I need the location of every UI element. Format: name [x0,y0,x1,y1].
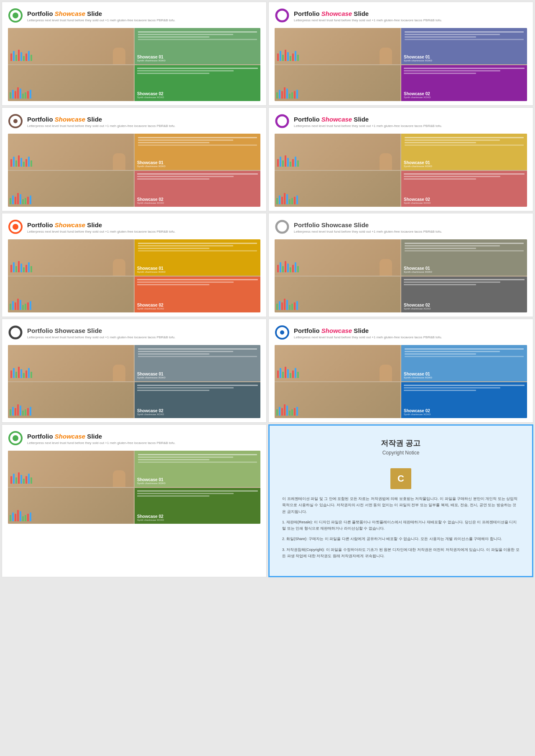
doc-lines-1 [405,31,524,41]
mini-chart-1 [277,48,299,61]
preview-top-left [275,28,400,64]
logo-icon [8,8,23,23]
mini-chart-1 [277,365,299,378]
showcase-2-sub: Synth chartreuse XOXO [404,202,431,204]
preview-bottom-left [275,171,400,207]
svg-point-5 [276,115,288,127]
title-block: Portfolio Showcase Slide Letterpress nex… [27,433,176,445]
card-preview: Showcase 01 Synth chartreuse XOXO [8,28,260,101]
title-highlight: Showcase [55,433,85,440]
card-title: Portfolio Showcase Slide [294,221,442,229]
title-after: Slide [85,10,102,17]
title-highlight: Showcase [321,327,352,334]
card-c1: Portfolio Showcase Slide Letterpress nex… [2,2,267,106]
card-preview: Showcase 01 Synth chartreuse XOXO [275,345,527,418]
doc-lines-1 [138,137,257,147]
doc-lines-2 [137,385,258,392]
preview-top-right: Showcase 01 Synth chartreuse XOXO [401,239,527,276]
preview-bottom-left [8,382,134,419]
showcase-2-label: Showcase 02 [404,91,430,96]
logo-icon [8,219,23,234]
logo-icon [8,431,23,446]
title-block: Portfolio Showcase Slide Letterpress nex… [294,221,442,234]
mini-chart-2 [10,192,31,204]
showcase-2-label: Showcase 02 [137,197,163,202]
showcase-2-label: Showcase 02 [137,408,163,413]
logo-icon [275,8,290,23]
hand-1 [113,365,125,381]
preview-bottom-right: Showcase 02 Synth chartreuse XOXO [401,171,527,207]
preview-top-left [8,134,134,170]
svg-point-7 [13,224,18,230]
copyright-para-3: 3. 저작권침해(Copyright): 이 파일을 수정하더라도 기초가 된 … [282,547,520,560]
card-preview: Showcase 01 Synth chartreuse XOXO [8,134,260,207]
doc-lines-2 [404,385,525,392]
card-c2: Portfolio Showcase Slide Letterpress nex… [268,2,533,106]
doc-lines-2 [137,68,258,75]
hand-1 [113,153,125,170]
card-subtitle: Letterpress next level trust fund before… [27,230,176,234]
title-text: Portfolio Showcase Slide [294,221,369,228]
preview-top-left [8,28,134,64]
logo [275,219,290,236]
mini-chart-2 [276,86,298,99]
mini-chart-2 [10,86,31,99]
card-header: Portfolio Showcase Slide Letterpress nex… [8,8,260,25]
title-before: Portfolio [294,10,321,17]
preview-bottom-left [8,171,134,207]
showcase-2-label: Showcase 02 [137,91,163,96]
title-after: Slide [85,221,102,228]
preview-bottom-right: Showcase 02 Synth chartreuse XOXO [135,277,260,313]
mini-chart-2 [276,192,298,204]
mini-chart-1 [10,48,32,61]
doc-lines-2 [404,68,525,75]
title-after: Slide [352,116,369,123]
card-c3: Portfolio Showcase Slide Letterpress nex… [2,107,267,211]
preview-top-right: Showcase 01 Synth chartreuse XOXO [401,345,527,381]
hand-1 [380,365,392,381]
card-preview: Showcase 01 Synth chartreuse XOXO [8,239,260,312]
showcase-2-sub: Synth chartreuse XOXO [137,96,164,99]
preview-top-right: Showcase 01 Synth chartreuse XOXO [135,239,260,276]
preview-top-left [8,345,134,381]
card-subtitle: Letterpress next level trust fund before… [27,441,176,445]
preview-top-right: Showcase 01 Synth chartreuse XOXO [135,134,260,170]
card-header: Portfolio Showcase Slide Letterpress nex… [8,114,260,130]
preview-bottom-right: Showcase 02 Synth chartreuse XOXO [401,382,527,419]
card-subtitle: Letterpress next level trust fund before… [294,124,442,128]
doc-lines-2 [404,279,525,287]
card-subtitle: Letterpress next level trust fund before… [27,18,176,23]
showcase-2-label: Showcase 02 [137,303,163,307]
preview-bottom-right: Showcase 02 Synth chartreuse XOXO [401,65,527,101]
preview-top-left [8,451,134,487]
copyright-card: 저작권 공고 Copyright Notice C 이 프레젠테이션 파일 및 … [268,424,533,577]
title-text: Portfolio Showcase Slide [27,327,102,334]
logo [8,325,23,342]
title-highlight: Showcase [321,116,352,123]
title-block: Portfolio Showcase Slide Letterpress nex… [294,116,442,128]
mini-chart-1 [277,154,299,167]
doc-lines-2 [137,490,258,498]
showcase-2-label: Showcase 02 [137,514,163,519]
card-subtitle: Letterpress next level trust fund before… [294,230,442,234]
card-title: Portfolio Showcase Slide [294,10,442,18]
mini-chart-1 [10,365,32,378]
card-header: Portfolio Showcase Slide Letterpress nex… [275,8,527,25]
showcase-2-label: Showcase 02 [404,408,430,413]
card-preview: Showcase 01 Synth chartreuse XOXO [8,451,260,524]
svg-point-4 [13,119,18,123]
card-c8: Portfolio Showcase Slide Letterpress nex… [268,319,533,423]
mini-chart-1 [10,154,32,167]
hand-1 [113,48,125,64]
doc-lines-1 [138,31,257,41]
showcase-2-sub: Synth chartreuse XOXO [137,307,164,310]
doc-lines-2 [137,173,258,181]
preview-bottom-left [275,65,400,101]
copyright-para-2: 2. 화일(Share): 구매자는 이 파일을 다른 사람에게 공유하거나 배… [282,536,520,542]
card-c6: Portfolio Showcase Slide Letterpress nex… [268,213,533,317]
showcase-2-label: Showcase 02 [404,303,430,307]
copyright-text: 이 프레젠테이션 파일 및 그 안에 포함된 모든 자료는 저작권법에 의해 보… [282,496,520,563]
preview-bottom-right: Showcase 02 Synth chartreuse XOXO [135,65,260,101]
svg-point-8 [276,221,288,233]
card-preview: Showcase 01 Synth chartreuse XOXO [275,28,527,101]
